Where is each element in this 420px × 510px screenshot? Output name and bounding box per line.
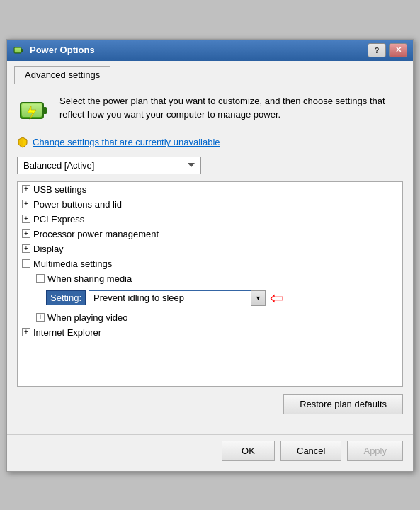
- setting-dropdown-container: Prevent idling to sleep Allow the comput…: [89, 288, 399, 308]
- description-text: Select the power plan that you want to c…: [59, 94, 403, 122]
- tab-advanced-settings[interactable]: Advanced settings: [14, 66, 110, 84]
- power-icon: [17, 94, 51, 128]
- expand-ie[interactable]: +: [22, 328, 30, 336]
- usb-label: USB settings: [33, 184, 86, 195]
- window-title: Power Options: [30, 45, 368, 55]
- plan-dropdown-row: Balanced [Active] Power saver High perfo…: [17, 157, 403, 174]
- multimedia-label: Multimedia settings: [33, 259, 112, 269]
- tree-item-display[interactable]: + Display: [18, 242, 402, 256]
- expand-multimedia[interactable]: −: [22, 259, 30, 268]
- tree-item-usb[interactable]: + USB settings: [18, 182, 402, 197]
- processor-label: Processor power management: [33, 229, 159, 239]
- tree-item-processor[interactable]: + Processor power management: [18, 227, 402, 242]
- setting-dropdown-arrow[interactable]: ▾: [251, 290, 266, 306]
- change-settings-link[interactable]: Change settings that are currently unava…: [33, 137, 220, 147]
- tree-item-multimedia[interactable]: − Multimedia settings: [18, 256, 402, 271]
- ok-button[interactable]: OK: [222, 441, 275, 461]
- cancel-button[interactable]: Cancel: [280, 441, 341, 461]
- title-bar: Power Options ? ✕: [7, 40, 413, 61]
- apply-button[interactable]: Apply: [347, 441, 403, 461]
- plan-dropdown[interactable]: Balanced [Active] Power saver High perfo…: [17, 157, 201, 174]
- setting-label: Setting:: [46, 290, 86, 305]
- expand-usb[interactable]: +: [22, 185, 30, 193]
- ie-label: Internet Explorer: [33, 327, 101, 338]
- tree-item-power-buttons[interactable]: + Power buttons and lid: [18, 197, 402, 212]
- tree-item-pci[interactable]: + PCI Express: [18, 212, 402, 227]
- close-button[interactable]: ✕: [389, 43, 407, 57]
- restore-plan-button[interactable]: Restore plan defaults: [283, 394, 403, 414]
- expand-processor[interactable]: +: [22, 230, 30, 238]
- expand-display[interactable]: +: [22, 244, 30, 253]
- tree-item-when-sharing[interactable]: − When sharing media: [32, 271, 402, 286]
- expand-power-buttons[interactable]: +: [22, 200, 30, 208]
- button-row: OK Cancel Apply: [7, 434, 413, 471]
- pci-label: PCI Express: [33, 214, 84, 225]
- window-controls: ? ✕: [368, 43, 407, 57]
- settings-tree[interactable]: + USB settings + Power buttons and lid +…: [17, 181, 403, 387]
- setting-value-dropdown[interactable]: Prevent idling to sleep Allow the comput…: [89, 290, 251, 305]
- power-buttons-label: Power buttons and lid: [33, 199, 122, 210]
- description-area: Select the power plan that you want to c…: [17, 94, 403, 128]
- svg-rect-1: [21, 49, 23, 52]
- shield-link-icon: [17, 137, 28, 148]
- arrow-annotation: ⇦: [270, 288, 284, 308]
- setting-row: Setting: Prevent idling to sleep Allow t…: [18, 286, 402, 310]
- display-label: Display: [33, 244, 64, 254]
- expand-when-playing[interactable]: +: [36, 313, 45, 322]
- svg-rect-4: [43, 107, 47, 114]
- link-row: Change settings that are currently unava…: [17, 137, 403, 148]
- svg-rect-2: [15, 48, 21, 52]
- restore-row: Restore plan defaults: [17, 394, 403, 414]
- red-arrow-icon: ⇦: [270, 288, 284, 308]
- help-button[interactable]: ?: [368, 43, 386, 57]
- expand-when-sharing[interactable]: −: [36, 274, 45, 283]
- when-sharing-label: When sharing media: [47, 273, 132, 284]
- power-options-icon: [13, 44, 25, 57]
- when-playing-label: When playing video: [47, 312, 127, 323]
- main-content: Select the power plan that you want to c…: [7, 84, 413, 434]
- tab-bar: Advanced settings: [7, 61, 413, 84]
- tree-item-when-playing[interactable]: + When playing video: [32, 310, 402, 325]
- expand-pci[interactable]: +: [22, 215, 30, 223]
- tree-item-ie[interactable]: + Internet Explorer: [18, 325, 402, 340]
